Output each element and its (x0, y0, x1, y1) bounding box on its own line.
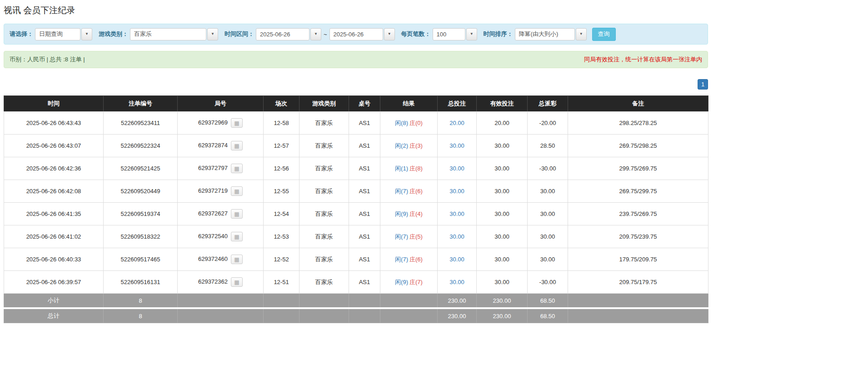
bet-id-cell: 522609517465 (104, 248, 178, 271)
total-bet-cell: 30.00 (438, 203, 477, 225)
game-type-dropdown-button[interactable]: ▼ (207, 28, 218, 40)
total-bet-cell: 20.00 (438, 112, 477, 135)
total-bet-link[interactable]: 30.00 (449, 165, 464, 172)
result-banker: 庄(0) (409, 120, 423, 126)
round-result-image-button[interactable]: ▦ (231, 255, 243, 264)
valid-bet-cell: 30.00 (477, 271, 528, 294)
filter-bar: 请选择： ▼ 游戏类别： ▼ 时间区间： ▼ ~ ▼ 每页笔数： ▼ 时间排序：… (4, 24, 708, 45)
header-game-type: 游戏类别 (299, 96, 349, 112)
subtotal-label: 小计 (4, 294, 104, 309)
search-button[interactable]: 查询 (592, 28, 616, 41)
round-result-image-button[interactable]: ▦ (231, 209, 243, 219)
subtotal-total-bet: 230.00 (438, 294, 477, 309)
round-result-image-button[interactable]: ▦ (231, 232, 243, 241)
round-cell: 629372797▦ (178, 157, 264, 180)
header-round-id: 局号 (178, 96, 264, 112)
page-container: 视讯 会员下注纪录 请选择： ▼ 游戏类别： ▼ 时间区间： ▼ ~ ▼ 每页笔… (4, 5, 708, 380)
chevron-down-icon: ▼ (85, 32, 89, 36)
total-bet-link[interactable]: 30.00 (449, 210, 464, 217)
round-result-image-button[interactable]: ▦ (231, 141, 243, 150)
query-type-dropdown-button[interactable]: ▼ (81, 28, 92, 40)
page-size-input[interactable] (433, 28, 465, 40)
header-time: 时间 (4, 96, 104, 112)
result-player: 闲(8) (395, 120, 408, 126)
payout-cell: 28.50 (528, 135, 568, 157)
session-cell: 12-51 (264, 271, 299, 294)
time-sort-dropdown-button[interactable]: ▼ (576, 28, 587, 40)
total-bet-cell: 30.00 (438, 135, 477, 157)
round-result-image-button[interactable]: ▦ (231, 118, 243, 128)
subtotal-total-payout: 68.50 (528, 294, 568, 309)
game-type-input[interactable] (130, 28, 206, 40)
round-cell: 629372460▦ (178, 248, 264, 271)
total-bet-link[interactable]: 30.00 (449, 256, 464, 263)
chevron-down-icon: ▼ (211, 32, 215, 36)
round-result-image-button[interactable]: ▦ (231, 164, 243, 173)
total-bet-link[interactable]: 30.00 (449, 233, 464, 240)
round-id: 629372460 (198, 255, 228, 262)
total-valid-bet: 230.00 (477, 308, 528, 323)
query-type-combobox: ▼ (35, 28, 92, 40)
result-player: 闲(9) (395, 279, 408, 285)
header-table-no: 桌号 (349, 96, 380, 112)
remark-cell: 269.75/298.25 (568, 135, 708, 157)
chevron-down-icon: ▼ (470, 32, 474, 36)
total-count: 8 (104, 308, 178, 323)
subtotal-count: 8 (104, 294, 178, 309)
round-cell: 629372627▦ (178, 203, 264, 225)
round-cell: 629372362▦ (178, 271, 264, 294)
chevron-down-icon: ▼ (388, 32, 391, 36)
date-to-input[interactable] (329, 28, 383, 40)
payout-cell: -20.00 (528, 112, 568, 135)
table-no-cell: AS1 (349, 271, 380, 294)
chevron-down-icon: ▼ (579, 32, 583, 36)
valid-bet-cell: 30.00 (477, 203, 528, 225)
game-type-cell: 百家乐 (299, 271, 349, 294)
date-to-dropdown-button[interactable]: ▼ (384, 28, 395, 40)
result-banker: 庄(6) (409, 188, 423, 195)
page-1-button[interactable]: 1 (698, 79, 708, 90)
page-size-label: 每页笔数： (401, 30, 431, 38)
remark-cell: 209.75/239.75 (568, 225, 708, 248)
time-cell: 2025-06-26 06:41:02 (4, 225, 104, 248)
round-result-image-button[interactable]: ▦ (231, 277, 243, 287)
date-range-separator: ~ (324, 31, 327, 38)
result-cell: 闲(8)庄(0) (380, 112, 438, 135)
header-total-bet: 总投注 (438, 96, 477, 112)
result-player: 闲(2) (395, 142, 408, 149)
game-type-combobox: ▼ (130, 28, 218, 40)
header-result: 结果 (380, 96, 438, 112)
session-cell: 12-56 (264, 157, 299, 180)
cards-icon: ▦ (234, 166, 239, 171)
payout-cell: 30.00 (528, 248, 568, 271)
game-type-cell: 百家乐 (299, 203, 349, 225)
round-cell: 629372719▦ (178, 180, 264, 203)
query-type-input[interactable] (35, 28, 80, 40)
game-type-cell: 百家乐 (299, 135, 349, 157)
total-bet-link[interactable]: 20.00 (449, 120, 464, 126)
header-valid-bet: 有效投注 (477, 96, 528, 112)
game-type-label: 游戏类别： (99, 30, 128, 38)
time-sort-input[interactable] (515, 28, 575, 40)
table-no-cell: AS1 (349, 135, 380, 157)
subtotal-valid-bet: 230.00 (477, 294, 528, 309)
time-cell: 2025-06-26 06:43:07 (4, 135, 104, 157)
date-from-dropdown-button[interactable]: ▼ (310, 28, 321, 40)
total-bet-link[interactable]: 30.00 (449, 279, 464, 285)
round-result-image-button[interactable]: ▦ (231, 186, 243, 196)
total-bet-cell: 30.00 (438, 271, 477, 294)
page-size-dropdown-button[interactable]: ▼ (466, 28, 477, 40)
result-cell: 闲(7)庄(6) (380, 180, 438, 203)
result-player: 闲(1) (395, 165, 408, 172)
date-from-input[interactable] (256, 28, 309, 40)
table-row: 2025-06-26 06:42:08 522609520449 6293727… (4, 180, 708, 203)
time-cell: 2025-06-26 06:39:57 (4, 271, 104, 294)
total-bet-link[interactable]: 30.00 (449, 142, 464, 149)
valid-bet-cell: 30.00 (477, 225, 528, 248)
total-bet-link[interactable]: 30.00 (449, 188, 464, 195)
remark-cell: 179.75/209.75 (568, 248, 708, 271)
table-row: 2025-06-26 06:41:35 522609519374 6293726… (4, 203, 708, 225)
result-player: 闲(7) (395, 256, 408, 263)
valid-bet-cell: 30.00 (477, 248, 528, 271)
time-cell: 2025-06-26 06:40:33 (4, 248, 104, 271)
